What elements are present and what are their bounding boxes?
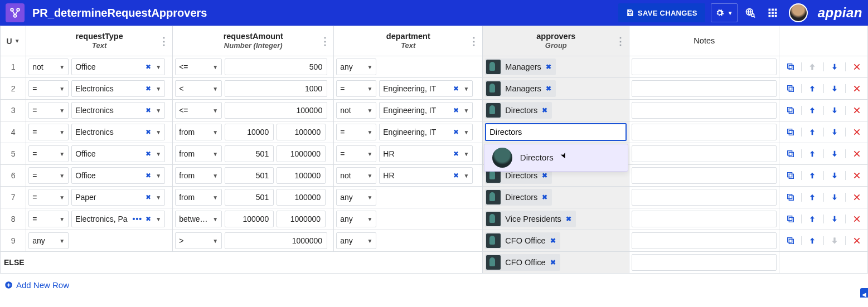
delete-row-button[interactable] (845, 236, 867, 245)
delete-row-button[interactable] (845, 106, 867, 115)
operator-select[interactable]: = ▼ (336, 124, 376, 140)
notes-input[interactable] (632, 167, 777, 184)
move-down-button[interactable] (823, 193, 846, 202)
number-input[interactable]: 100000 (277, 124, 326, 140)
duplicate-row-button[interactable] (779, 215, 801, 223)
operator-select[interactable]: = ▼ (28, 80, 69, 97)
move-up-button[interactable] (801, 215, 823, 223)
value-chip-select[interactable]: Office ✖ ▼ (71, 145, 165, 162)
number-input[interactable]: 100000 (277, 189, 326, 206)
notes-input[interactable] (632, 102, 777, 119)
move-up-button[interactable] (801, 171, 823, 180)
delete-row-button[interactable] (845, 193, 867, 202)
value-chip-select[interactable]: Office ✖ ▼ (71, 167, 165, 184)
number-input[interactable]: 100000 (277, 167, 326, 184)
value-chip-select[interactable]: HR ✖ ▼ (379, 145, 473, 162)
clear-icon[interactable]: ✖ (453, 150, 459, 158)
value-chip-select[interactable]: HR ✖ ▼ (379, 167, 473, 184)
notes-input[interactable] (632, 232, 777, 249)
value-chip-select[interactable]: Electronics ✖ ▼ (71, 102, 165, 119)
clear-icon[interactable]: ✖ (453, 172, 459, 179)
operator-select[interactable]: any ▼ (28, 232, 69, 249)
operator-select[interactable]: = ▼ (336, 145, 376, 162)
move-up-button[interactable] (801, 106, 823, 115)
move-up-button[interactable] (801, 193, 823, 202)
value-chip-select[interactable]: Office ✖ ▼ (71, 59, 165, 75)
value-chip-select[interactable]: Electronics, Pa ••• ✖ ▼ (71, 211, 165, 227)
remove-approver-icon[interactable]: ✖ (566, 215, 571, 223)
operator-select[interactable]: <= ▼ (175, 59, 222, 75)
delete-row-button[interactable] (845, 215, 867, 223)
delete-row-button[interactable] (845, 84, 867, 93)
duplicate-row-button[interactable] (779, 149, 801, 158)
move-up-button[interactable] (801, 84, 823, 93)
move-up-button[interactable] (801, 236, 823, 245)
operator-select[interactable]: any ▼ (336, 211, 376, 227)
user-avatar[interactable] (789, 3, 808, 22)
clear-icon[interactable]: ✖ (146, 193, 151, 201)
clear-icon[interactable]: ✖ (146, 106, 151, 114)
operator-select[interactable]: any ▼ (336, 59, 376, 75)
operator-select[interactable]: <= ▼ (175, 102, 222, 119)
number-input[interactable]: 1000000 (277, 145, 326, 162)
settings-button[interactable]: ▼ (711, 3, 738, 22)
duplicate-row-button[interactable] (779, 84, 801, 93)
add-row-button[interactable]: Add New Row (4, 280, 69, 290)
column-menu-button[interactable]: ⋮ (159, 36, 169, 46)
move-up-button[interactable] (801, 149, 823, 158)
number-input[interactable]: 100000 (225, 102, 327, 119)
clear-icon[interactable]: ✖ (146, 85, 151, 92)
operator-select[interactable]: not ▼ (336, 167, 376, 184)
delete-row-button[interactable] (845, 149, 867, 158)
clear-icon[interactable]: ✖ (146, 215, 151, 223)
notes-input[interactable] (632, 254, 777, 271)
notes-input[interactable] (632, 59, 777, 75)
notes-input[interactable] (632, 80, 777, 97)
duplicate-row-button[interactable] (779, 236, 801, 245)
delete-row-button[interactable] (845, 171, 867, 180)
notes-input[interactable] (632, 145, 777, 162)
clear-icon[interactable]: ✖ (453, 128, 459, 136)
save-button[interactable]: SAVE CHANGES (618, 3, 705, 22)
number-input[interactable]: 501 (225, 167, 274, 184)
operator-select[interactable]: = ▼ (28, 102, 69, 119)
column-menu-button[interactable]: ⋮ (469, 36, 479, 46)
number-input[interactable]: 1000000 (225, 232, 327, 249)
remove-approver-icon[interactable]: ✖ (546, 63, 551, 71)
operator-select[interactable]: = ▼ (336, 80, 376, 97)
operator-select[interactable]: = ▼ (28, 145, 69, 162)
remove-approver-icon[interactable]: ✖ (542, 106, 547, 114)
column-menu-button[interactable]: ⋮ (615, 36, 625, 46)
duplicate-row-button[interactable] (779, 171, 801, 180)
value-chip-select[interactable]: Electronics ✖ ▼ (71, 124, 165, 140)
operator-select[interactable]: not ▼ (28, 59, 69, 75)
operator-select[interactable]: = ▼ (28, 167, 69, 184)
u-dropdown[interactable]: U ▼ (1, 26, 26, 56)
value-chip-select[interactable]: Electronics ✖ ▼ (71, 80, 165, 97)
approver-search-input[interactable] (485, 123, 627, 141)
notes-input[interactable] (632, 189, 777, 206)
number-input[interactable]: 501 (225, 145, 274, 162)
value-chip-select[interactable]: Engineering, IT ✖ ▼ (379, 102, 473, 119)
globe-search-button[interactable] (741, 3, 760, 22)
number-input[interactable]: 1000000 (277, 211, 326, 227)
apps-grid-button[interactable] (763, 3, 782, 22)
duplicate-row-button[interactable] (779, 106, 801, 115)
move-up-button[interactable] (801, 128, 823, 137)
duplicate-row-button[interactable] (779, 62, 801, 71)
delete-row-button[interactable] (845, 62, 867, 71)
operator-select[interactable]: = ▼ (28, 124, 69, 140)
operator-select[interactable]: < ▼ (175, 80, 222, 97)
move-down-button[interactable] (823, 171, 846, 180)
remove-approver-icon[interactable]: ✖ (542, 193, 547, 201)
operator-select[interactable]: betwe… ▼ (175, 211, 222, 227)
approver-autocomplete-option[interactable]: Directors (484, 144, 628, 172)
number-input[interactable]: 10000 (225, 124, 274, 140)
side-expand-tab[interactable]: ◀ (860, 288, 868, 298)
move-down-button[interactable] (823, 128, 846, 137)
remove-approver-icon[interactable]: ✖ (546, 85, 551, 92)
delete-row-button[interactable] (845, 128, 867, 137)
remove-approver-icon[interactable]: ✖ (550, 259, 556, 266)
operator-select[interactable]: from ▼ (175, 145, 222, 162)
notes-input[interactable] (632, 124, 777, 140)
